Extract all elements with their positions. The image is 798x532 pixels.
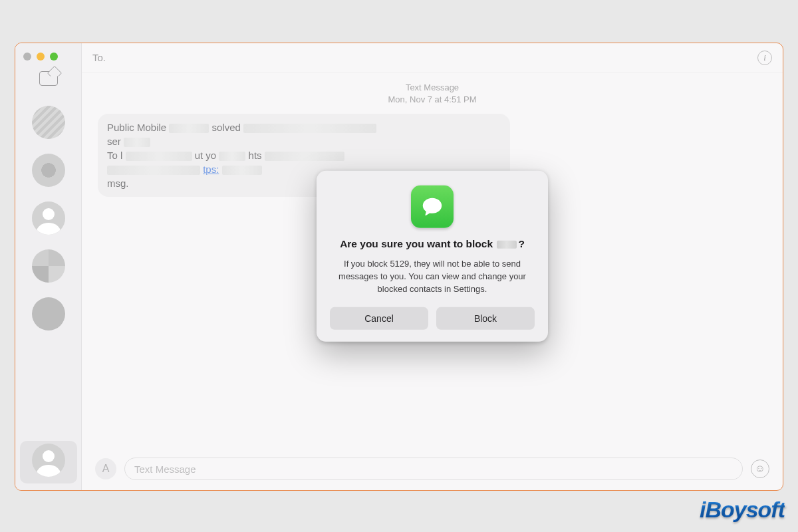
message-composer: A Text Message ☺ bbox=[82, 448, 783, 490]
redacted-span bbox=[265, 152, 344, 161]
watermark-logo: iBoysoft bbox=[700, 497, 785, 523]
redacted-span bbox=[222, 166, 262, 175]
message-text: ut yo bbox=[195, 150, 217, 161]
redacted-span bbox=[107, 166, 200, 175]
to-label: To. bbox=[92, 52, 106, 63]
conversation-item[interactable] bbox=[32, 201, 65, 235]
compose-new-message-button[interactable] bbox=[39, 71, 58, 86]
conversation-item-selected[interactable] bbox=[20, 441, 77, 483]
conversation-header: To. i bbox=[82, 43, 783, 72]
message-text: ser bbox=[107, 136, 121, 147]
redacted-span bbox=[219, 152, 245, 161]
smiley-icon: ☺ bbox=[755, 463, 765, 475]
dialog-body: If you block 5129, they will not be able… bbox=[330, 258, 535, 296]
messages-window: To. i Text Message Mon, Nov 7 at 4:51 PM… bbox=[15, 43, 783, 491]
dialog-button-row: Cancel Block bbox=[330, 307, 535, 330]
conversation-item[interactable] bbox=[32, 297, 65, 331]
block-button[interactable]: Block bbox=[436, 307, 535, 330]
minimize-window-button[interactable] bbox=[37, 53, 45, 61]
message-text: To l bbox=[107, 150, 122, 161]
dialog-title-text: Are you sure you want to block bbox=[340, 238, 495, 249]
message-input-placeholder: Text Message bbox=[134, 464, 196, 475]
conversation-item[interactable] bbox=[32, 106, 65, 139]
message-time-label: Mon, Nov 7 at 4:51 PM bbox=[98, 94, 767, 106]
redacted-span bbox=[124, 138, 150, 147]
message-link[interactable]: tps: bbox=[203, 164, 219, 175]
avatar-placeholder-icon bbox=[32, 444, 65, 477]
conversation-main: To. i Text Message Mon, Nov 7 at 4:51 PM… bbox=[82, 43, 783, 490]
window-controls bbox=[15, 50, 58, 70]
info-icon: i bbox=[763, 53, 766, 63]
redacted-span bbox=[243, 124, 376, 133]
message-text: solved bbox=[212, 122, 244, 133]
conversation-item[interactable] bbox=[32, 154, 65, 187]
redacted-span bbox=[126, 152, 192, 161]
dialog-title-text: ? bbox=[518, 238, 524, 249]
messages-app-icon bbox=[411, 186, 454, 228]
message-text: hts bbox=[249, 150, 262, 161]
redacted-span bbox=[497, 241, 517, 249]
message-text: msg. bbox=[107, 178, 129, 189]
message-text: Public Mobile bbox=[107, 122, 169, 133]
conversation-sidebar bbox=[15, 43, 82, 490]
thread-timestamp: Text Message Mon, Nov 7 at 4:51 PM bbox=[98, 82, 767, 106]
fullscreen-window-button[interactable] bbox=[50, 53, 58, 61]
redacted-span bbox=[169, 124, 209, 133]
cancel-button[interactable]: Cancel bbox=[330, 307, 428, 330]
avatar-placeholder-icon bbox=[32, 201, 65, 235]
conversation-item[interactable] bbox=[32, 249, 65, 283]
block-contact-dialog: Are you sure you want to block ? If you … bbox=[317, 171, 548, 342]
apps-icon: A bbox=[102, 463, 110, 475]
emoji-picker-button[interactable]: ☺ bbox=[751, 460, 769, 478]
apps-button[interactable]: A bbox=[95, 458, 116, 479]
message-input[interactable]: Text Message bbox=[124, 458, 743, 480]
close-window-button[interactable] bbox=[23, 53, 31, 61]
message-kind-label: Text Message bbox=[98, 82, 767, 94]
details-info-button[interactable]: i bbox=[757, 51, 772, 65]
dialog-title: Are you sure you want to block ? bbox=[330, 237, 535, 251]
